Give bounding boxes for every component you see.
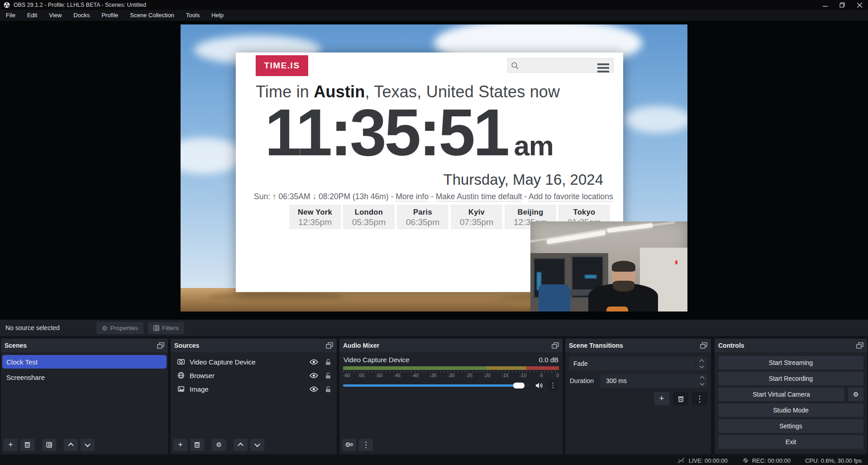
volume-slider[interactable] [343,384,531,387]
scene-transitions-title: Scene Transitions [569,342,623,349]
close-button[interactable] [851,0,868,10]
city-paris[interactable]: Paris06:35pm [397,205,448,229]
menu-view[interactable]: View [43,10,67,21]
scenes-title: Scenes [5,342,27,349]
controls-title: Controls [718,342,744,349]
advanced-audio-button[interactable]: ⚙⚙ [342,439,356,451]
filters-button[interactable]: Filters [148,322,184,334]
move-source-up-button[interactable] [234,439,248,451]
add-transition-button[interactable]: + [654,392,669,405]
visibility-eye-icon[interactable] [310,359,318,365]
menu-profile[interactable]: Profile [95,10,124,21]
remove-transition-button[interactable] [673,392,688,405]
gear-icon: ⚙ [216,441,222,448]
move-scene-down-button[interactable] [81,439,95,451]
timeis-logo[interactable]: TIME.IS [256,55,308,76]
visibility-eye-icon[interactable] [310,386,318,392]
start-virtual-camera-button[interactable]: Start Virtual Camera [718,388,844,401]
remove-scene-button[interactable] [20,439,34,451]
volume-slider-handle[interactable] [513,383,525,388]
source-properties-button[interactable]: ⚙ [212,439,226,451]
speaker-icon[interactable] [535,382,544,389]
minimize-button[interactable] [816,0,834,10]
menu-docks[interactable]: Docks [67,10,95,21]
properties-button[interactable]: ⚙ Properties [96,322,143,334]
sun-info-line: Sun: ↑ 06:35AM ↓ 08:20PM (13h 46m) - Mor… [254,192,613,201]
visibility-eye-icon[interactable] [310,373,318,379]
duration-spinbox[interactable]: 300 ms [601,374,707,388]
studio-mode-button[interactable]: Studio Mode [718,403,863,417]
scene-filters-button[interactable] [42,439,56,451]
menu-edit[interactable]: Edit [21,10,43,21]
mixer-channel-level: 0.0 dB [539,356,558,364]
menu-tools[interactable]: Tools [180,10,205,21]
move-scene-up-button[interactable] [64,439,78,451]
preview-canvas[interactable]: TIME.IS Time in Austin, Texas, United St… [0,21,868,320]
more-info-link[interactable]: More info [396,192,429,201]
menu-scene-collection[interactable]: Scene Collection [124,10,180,21]
current-time: 11:35:51 am [265,98,553,167]
source-toolbar: No source selected ⚙ Properties Filters [0,320,868,336]
mixer-menu-button[interactable]: ⋮ [359,439,373,451]
chevron-down-icon [254,441,260,447]
lock-icon[interactable] [325,359,331,365]
sources-toolbar: + ⚙ [173,437,334,452]
combo-chevrons[interactable] [696,357,707,370]
make-default-link[interactable]: Make Austin time default [436,192,522,201]
restore-button[interactable] [834,0,851,10]
source-item-video-capture[interactable]: Video Capture Device [172,355,335,369]
city-newyork[interactable]: New York12:35pm [289,205,341,229]
popout-icon[interactable] [552,342,559,349]
menu-file[interactable]: File [0,10,21,21]
spin-down-icon[interactable] [700,381,704,386]
current-date: Thursday, May 16, 2024 [444,171,603,188]
city-kyiv[interactable]: Kyiv07:35pm [451,205,502,229]
add-scene-button[interactable]: + [4,439,18,451]
sources-panel: Sources Video Capture Device Browser [171,339,337,454]
person-hair [612,261,635,272]
lock-icon[interactable] [325,372,331,379]
chevron-up-icon [238,442,243,448]
virtual-camera-settings-button[interactable]: ⚙ [848,388,863,401]
chevron-down-icon [85,441,91,447]
transition-select[interactable]: Fade [569,357,707,370]
source-item-browser[interactable]: Browser [172,369,335,382]
move-source-down-button[interactable] [250,439,264,451]
settings-button[interactable]: Settings [718,419,863,433]
filters-icon [46,442,52,448]
popout-icon[interactable] [326,342,333,349]
chevron-up-icon [68,442,74,448]
add-favorite-link[interactable]: Add to favorite locations [529,192,613,201]
popout-icon[interactable] [157,342,164,349]
controls-header: Controls [715,339,867,352]
dock-area: Scenes Clock Test Screenshare + [0,336,868,456]
mixer-channel-name: Video Capture Device [343,356,410,364]
remove-source-button[interactable] [190,439,204,451]
scene-item-clock-test[interactable]: Clock Test [2,355,167,369]
popout-icon[interactable] [856,342,863,349]
gear-icon: ⚙ [853,391,859,398]
exit-button[interactable]: Exit [718,435,863,449]
city-london[interactable]: London05:35pm [343,205,395,229]
time-digits: 11:35:51 [265,98,507,167]
menu-help[interactable]: Help [205,10,229,21]
hamburger-menu-icon[interactable] [597,63,609,72]
lock-icon[interactable] [325,386,331,393]
audio-mixer-panel: Audio Mixer Video Capture Device 0.0 dB … [339,339,563,454]
mixer-channel-menu-button[interactable]: ⋮ [547,380,559,391]
trash-icon [678,396,684,402]
start-recording-button[interactable]: Start Recording [718,372,863,385]
start-streaming-button[interactable]: Start Streaming [718,356,863,369]
spin-up-icon[interactable] [700,376,704,381]
add-source-button[interactable]: + [173,439,187,451]
chevron-down-icon [700,364,704,368]
source-item-image[interactable]: Image [172,382,335,396]
record-dot-icon [742,457,749,464]
scene-item-screenshare[interactable]: Screenshare [2,370,167,384]
stream-signal-icon [677,457,686,464]
transition-properties-button[interactable]: ⋮ [692,392,707,405]
cloud [181,138,244,174]
live-status: LIVE: 00:00:00 [677,457,728,464]
popout-icon[interactable] [700,342,707,349]
person-beard [613,281,634,292]
